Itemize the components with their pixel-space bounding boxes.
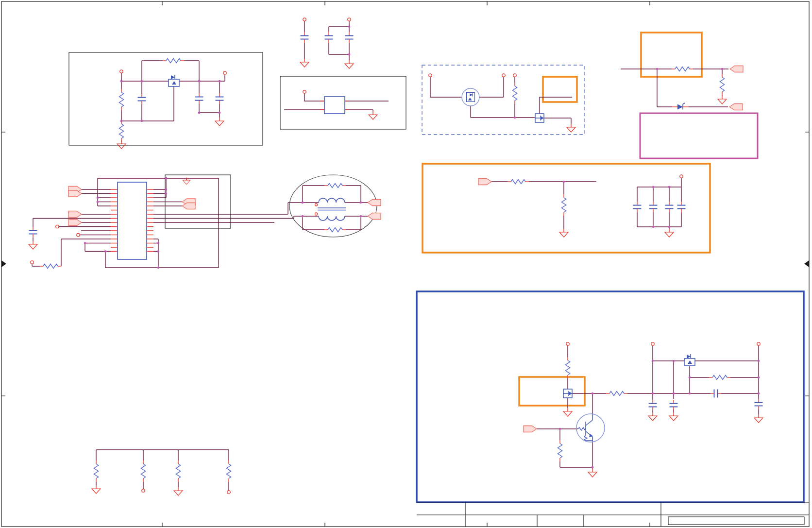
winding-polarity-dot <box>315 213 318 215</box>
terminal-pin <box>680 175 683 178</box>
border-tick-marks <box>1 1 809 527</box>
terminal-pin <box>120 70 123 73</box>
resistor <box>324 228 346 232</box>
schematic-canvas: Electronic circuit schematic sheet with … <box>0 0 812 528</box>
block-input-protection <box>69 52 263 149</box>
terminal-pin <box>303 18 306 21</box>
capacitor <box>216 93 224 104</box>
resistor <box>227 460 231 482</box>
orange-group-box <box>641 33 702 77</box>
ground-icon <box>300 59 309 67</box>
ground-icon <box>345 60 354 68</box>
offpage-flag <box>730 66 743 72</box>
title-block <box>417 502 809 527</box>
ground-icon <box>117 140 126 149</box>
ground-icon <box>567 124 575 132</box>
ground-icon <box>215 118 224 126</box>
offpage-flag <box>368 213 381 220</box>
filter-component-body <box>324 97 345 114</box>
winding-polarity-dot <box>315 204 318 206</box>
right-center-arrow-icon <box>804 260 809 267</box>
resistor <box>508 180 529 184</box>
capacitor <box>29 227 37 238</box>
capacitor <box>345 32 354 43</box>
terminal-pin <box>142 489 145 492</box>
ground-icon <box>669 412 678 421</box>
terminal-pin <box>513 74 516 77</box>
block-controller-ic <box>29 175 303 269</box>
ground-icon <box>665 229 674 237</box>
junction-dots <box>563 181 671 228</box>
offpage-flag <box>478 179 491 185</box>
ground-icon <box>588 469 597 477</box>
capacitor <box>755 399 763 409</box>
ground-icon <box>29 241 37 249</box>
terminal-pin <box>303 90 306 93</box>
ground-icon <box>648 412 657 421</box>
resistor <box>566 357 570 378</box>
zener-diode-icon <box>672 103 689 110</box>
capacitor <box>649 400 657 410</box>
capacitor <box>649 202 658 212</box>
resistor <box>672 67 693 71</box>
resistor <box>562 194 566 216</box>
terminal-pin <box>223 71 226 74</box>
resistor <box>513 83 517 104</box>
resistor <box>163 59 184 63</box>
offpage-flag <box>524 426 537 432</box>
resistor <box>324 184 346 188</box>
transformer-windings-icon <box>319 198 345 221</box>
magenta-callout-box <box>640 113 758 158</box>
ground-icon <box>754 414 763 423</box>
block-series-resistor-net <box>621 33 743 110</box>
capacitor <box>670 400 678 410</box>
terminal-pin <box>77 233 80 236</box>
terminal-pin <box>31 261 34 264</box>
resistor <box>94 460 99 482</box>
offpage-flag <box>729 104 743 110</box>
resistor <box>119 120 124 142</box>
transformer-core <box>318 208 346 210</box>
capacitor <box>195 93 203 104</box>
resistor <box>558 440 562 461</box>
orange-callout-box <box>519 377 585 406</box>
ground-icon <box>174 487 183 495</box>
block-decoupling-caps <box>300 18 354 68</box>
terminal-pin <box>651 342 654 345</box>
offpage-flag <box>368 200 381 206</box>
group-outline-box <box>69 52 263 145</box>
block-switch-stage <box>422 65 584 135</box>
digital-npn-transistor-icon <box>576 414 605 442</box>
title-block-inner-cell <box>668 517 804 525</box>
blue-group-box <box>417 291 804 502</box>
pass-pmos-transistor-icon <box>684 354 695 366</box>
ic-body <box>118 182 147 259</box>
capacitor <box>665 202 674 212</box>
terminal-pin <box>348 18 351 21</box>
series-capacitor <box>710 390 721 398</box>
circled-mosfet-icon <box>462 88 479 106</box>
capacitor <box>325 32 333 43</box>
block-filter-module <box>280 76 406 129</box>
block-regulator-section <box>417 291 804 502</box>
pmos-transistor-icon <box>169 75 179 86</box>
resistor <box>119 89 124 110</box>
block-pulldown-resistors <box>92 450 231 495</box>
terminal-pin <box>502 74 505 77</box>
load-switch-mosfet-icon <box>563 389 572 398</box>
terminal-pin <box>757 342 760 345</box>
ground-icon <box>718 96 727 104</box>
sheet-border <box>1 1 809 527</box>
terminal-pin <box>566 342 569 345</box>
resistor <box>141 460 146 482</box>
terminal-pin <box>429 74 432 77</box>
capacitor <box>301 32 309 43</box>
resistor <box>40 264 61 269</box>
capacitor <box>677 202 686 212</box>
ground-icon <box>559 229 568 237</box>
terminal-pin <box>227 491 230 494</box>
ground-icon <box>92 485 101 494</box>
block-rc-divider-cap-bank <box>423 164 710 253</box>
block-common-mode-transformer <box>289 175 381 237</box>
resistor <box>176 460 181 482</box>
